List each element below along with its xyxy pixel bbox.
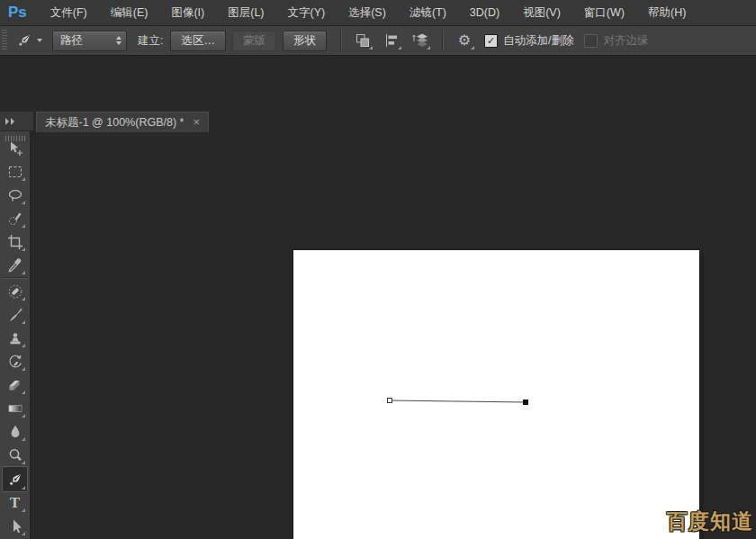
photoshop-window: Ps 文件(F) 编辑(E) 图像(I) 图层(L) 文字(Y) 选择(S) 滤…	[0, 0, 756, 539]
flyout-caret-icon	[22, 437, 25, 441]
menu-edit[interactable]: 编辑(E)	[99, 1, 160, 25]
eraser-tool[interactable]	[3, 373, 27, 396]
pen-options-gear-button[interactable]: ⚙	[453, 30, 476, 51]
make-selection-button[interactable]: 选区…	[170, 31, 226, 51]
baidu-zhidao-watermark: 百度知道	[667, 508, 753, 535]
flyout-caret-icon	[22, 486, 25, 490]
type-icon: T	[10, 495, 20, 511]
eyedropper-tool[interactable]	[3, 254, 27, 276]
menu-type[interactable]: 文字(Y)	[276, 1, 338, 25]
clone-stamp-tool[interactable]	[3, 327, 27, 349]
spot-healing-brush-tool[interactable]	[3, 280, 27, 302]
menu-filter[interactable]: 滤镜(T)	[398, 1, 458, 25]
auto-add-delete-checkbox[interactable]: ✓	[484, 34, 498, 48]
make-mask-button: 蒙版	[232, 31, 276, 51]
auto-add-delete-label: 自动添加/删除	[503, 33, 573, 49]
menu-select[interactable]: 选择(S)	[337, 1, 398, 25]
brush-tool[interactable]	[3, 303, 27, 326]
path-arrangement-button[interactable]	[409, 30, 432, 51]
path-selection-tool[interactable]	[3, 515, 27, 537]
menu-file[interactable]: 文件(F)	[39, 1, 99, 25]
tool-mode-value: 路径	[60, 33, 83, 49]
ps-logo: Ps	[8, 4, 27, 22]
flyout-caret-icon	[369, 46, 373, 49]
gradient-tool[interactable]	[3, 397, 27, 419]
flyout-caret-icon	[22, 532, 25, 535]
tab-close-icon[interactable]: ×	[193, 117, 200, 128]
rectangular-marquee-tool[interactable]	[3, 160, 27, 183]
flyout-caret-icon	[22, 247, 25, 251]
history-brush-tool[interactable]	[3, 350, 27, 373]
flyout-caret-icon	[22, 414, 25, 418]
tools-panel-collapse-button[interactable]	[0, 112, 33, 131]
pen-path-overlay	[293, 250, 699, 539]
path-anchor-start[interactable]	[388, 399, 392, 403]
blur-tool[interactable]	[3, 420, 27, 443]
tool-preset-caret-icon	[37, 39, 42, 42]
flyout-caret-icon	[22, 320, 25, 324]
move-tool[interactable]	[3, 137, 27, 159]
flyout-caret-icon	[22, 344, 25, 347]
pen-path-segment[interactable]	[390, 400, 526, 402]
flyout-caret-icon	[22, 224, 25, 228]
align-edges-checkbox	[584, 34, 598, 48]
make-shape-button[interactable]: 形状	[283, 31, 327, 51]
pen-tool[interactable]	[2, 466, 28, 492]
flyout-caret-icon	[22, 461, 25, 464]
toolbar-separator	[3, 277, 27, 278]
options-separator	[340, 30, 341, 51]
menu-layer[interactable]: 图层(L)	[216, 1, 275, 25]
flyout-caret-icon	[22, 201, 25, 204]
double-chevron-right-icon	[4, 116, 17, 127]
path-operations-button[interactable]	[351, 30, 374, 51]
flyout-caret-icon	[471, 46, 474, 49]
path-anchor-end[interactable]	[523, 400, 528, 405]
options-separator	[442, 30, 443, 51]
gear-icon: ⚙	[458, 33, 471, 48]
pen-preset-icon	[15, 31, 33, 49]
flyout-caret-icon	[398, 46, 401, 49]
lasso-tool[interactable]	[3, 184, 27, 206]
flyout-caret-icon	[22, 177, 25, 181]
type-tool[interactable]: T	[3, 491, 27, 514]
quick-selection-tool[interactable]	[3, 207, 27, 229]
align-edges-label: 对齐边缘	[603, 33, 648, 49]
document-tab-title: 未标题-1 @ 100%(RGB/8) *	[45, 115, 184, 130]
workspace: T	[0, 56, 756, 539]
menu-view[interactable]: 视图(V)	[511, 1, 572, 25]
flyout-caret-icon	[22, 271, 25, 274]
flyout-caret-icon	[427, 46, 430, 49]
path-alignment-button[interactable]	[380, 30, 403, 51]
options-bar: 路径 建立: 选区… 蒙版 形状	[0, 26, 756, 56]
crop-tool[interactable]	[3, 230, 27, 253]
tool-mode-dropdown[interactable]: 路径	[52, 31, 127, 51]
menu-window[interactable]: 窗口(W)	[572, 1, 636, 25]
document-tab[interactable]: 未标题-1 @ 100%(RGB/8) * ×	[36, 112, 209, 132]
menu-image[interactable]: 图像(I)	[159, 1, 216, 25]
flyout-caret-icon	[22, 508, 25, 512]
document-canvas[interactable]	[293, 250, 699, 539]
dodge-tool[interactable]	[3, 444, 27, 466]
tool-preset-picker[interactable]	[7, 29, 49, 52]
menu-bar: Ps 文件(F) 编辑(E) 图像(I) 图层(L) 文字(Y) 选择(S) 滤…	[0, 0, 756, 26]
dropdown-spinner-icon	[116, 36, 122, 45]
make-label: 建立:	[138, 33, 163, 49]
move-icon	[6, 139, 24, 157]
menu-3d[interactable]: 3D(D)	[458, 1, 511, 25]
tools-panel: T	[0, 131, 31, 539]
flyout-caret-icon	[22, 367, 25, 371]
flyout-caret-icon	[22, 297, 25, 301]
menu-help[interactable]: 帮助(H)	[636, 1, 698, 25]
flyout-caret-icon	[22, 391, 25, 394]
